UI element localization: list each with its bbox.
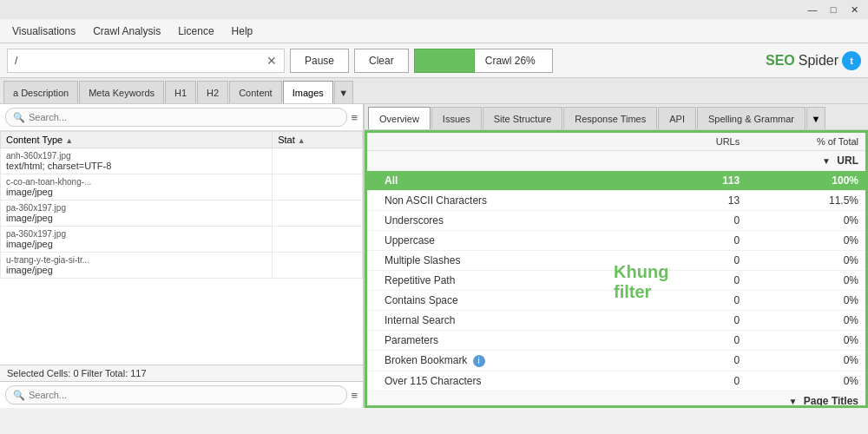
second-search-icon: 🔍 <box>13 390 25 401</box>
tab-overview[interactable]: Overview <box>368 107 431 129</box>
menu-crawl-analysis[interactable]: Crawl Analysis <box>84 22 169 41</box>
menu-licence[interactable]: Licence <box>169 22 222 41</box>
url-bar[interactable]: / ✕ <box>7 49 285 73</box>
left-table-scroll[interactable]: Content Type ▲ Stat ▲ anh-360x197.jpg <box>0 131 363 365</box>
seo-label: SEO <box>766 53 795 69</box>
filter-table: URLs % of Total ▼ URL <box>367 133 865 408</box>
triangle-icon-2: ▼ <box>789 397 798 406</box>
left-panel: 🔍 ≡ Content Type ▲ Stat ▲ <box>0 104 365 408</box>
left-search-icon: 🔍 <box>13 112 25 123</box>
title-bar: — □ ✕ <box>0 0 868 19</box>
right-panel: Overview Issues Site Structure Response … <box>365 104 868 408</box>
url-clear-icon[interactable]: ✕ <box>266 54 277 68</box>
filter-row[interactable]: Multiple Slashes 0 0% <box>367 251 865 271</box>
seo-spider-logo: SEO Spider t <box>766 51 861 70</box>
table-row[interactable]: anh-360x197.jpg text/html; charset=UTF-8 <box>1 148 363 174</box>
filter-row[interactable]: Repetitive Path 0 0% <box>367 271 865 291</box>
right-tab-bar: Overview Issues Site Structure Response … <box>365 104 868 130</box>
section-page-titles: ▼ Page Titles <box>367 391 865 408</box>
filter-col-urls: URLs <box>666 133 746 151</box>
tab-images[interactable]: Images <box>283 81 333 103</box>
second-search-wrap[interactable]: 🔍 <box>5 385 347 404</box>
triangle-icon: ▼ <box>822 156 831 166</box>
filter-row[interactable]: Contains Space 0 0% <box>367 291 865 311</box>
table-row[interactable]: pa-360x197.jpg image/jpeg <box>1 201 363 227</box>
filter-row[interactable]: Underscores 0 0% <box>367 211 865 231</box>
table-row[interactable]: c-co-an-toan-khong-... image/jpeg <box>1 174 363 201</box>
filter-row[interactable]: Internal Search 0 0% <box>367 311 865 331</box>
tab-description[interactable]: a Description <box>3 81 78 103</box>
left-data-table: Content Type ▲ Stat ▲ anh-360x197.jpg <box>0 131 363 279</box>
filter-row[interactable]: Uppercase 0 0% <box>367 231 865 251</box>
filter-col-pct: % of Total <box>746 133 865 151</box>
left-filter-icon[interactable]: ≡ <box>351 111 358 124</box>
right-tab-more[interactable]: ▼ <box>806 107 825 129</box>
table-row[interactable]: pa-360x197.jpg image/jpeg <box>1 227 363 253</box>
col-stat[interactable]: Stat ▲ <box>273 132 363 148</box>
second-filter-icon[interactable]: ≡ <box>351 389 358 402</box>
filter-row-all[interactable]: All 113 100% <box>367 171 865 191</box>
tab-response-times[interactable]: Response Times <box>563 107 657 129</box>
tab-h1[interactable]: H1 <box>165 81 196 103</box>
tab-site-structure[interactable]: Site Structure <box>483 107 563 129</box>
main-layout: 🔍 ≡ Content Type ▲ Stat ▲ <box>0 104 868 408</box>
left-search-input[interactable] <box>29 112 339 122</box>
second-search-bar: 🔍 ≡ <box>0 381 363 408</box>
top-tab-bar: a Description Meta Keywords H1 H2 Conten… <box>0 78 868 104</box>
tab-more-button[interactable]: ▼ <box>334 81 353 103</box>
info-icon[interactable]: i <box>473 355 485 367</box>
sort-icon-content: ▲ <box>65 136 73 145</box>
crawl-progress: Crawl 26% <box>414 49 553 73</box>
twitter-icon[interactable]: t <box>842 51 861 70</box>
col-content-type[interactable]: Content Type ▲ <box>1 132 273 148</box>
minimize-button[interactable]: — <box>806 3 819 16</box>
status-bar: Selected Cells: 0 Filter Total: 117 <box>0 365 363 381</box>
menu-help[interactable]: Help <box>223 22 262 41</box>
toolbar: / ✕ Pause Clear Crawl 26% SEO Spider t <box>0 43 868 78</box>
sort-icon-stat: ▲ <box>298 136 306 145</box>
second-search-input[interactable] <box>29 390 339 400</box>
filter-body: URLs % of Total ▼ URL <box>367 133 865 408</box>
crawl-percent-label: Crawl 26% <box>475 49 553 73</box>
left-search-bar: 🔍 ≡ <box>0 104 363 131</box>
pause-button[interactable]: Pause <box>290 49 349 73</box>
clear-button[interactable]: Clear <box>354 49 409 73</box>
filter-panel[interactable]: URLs % of Total ▼ URL <box>365 130 868 408</box>
tab-h2[interactable]: H2 <box>197 81 228 103</box>
menu-bar: Visualisations Crawl Analysis Licence He… <box>0 19 868 43</box>
menu-visualisations[interactable]: Visualisations <box>3 22 84 41</box>
progress-bar <box>414 49 475 73</box>
section-url: ▼ URL <box>367 151 865 171</box>
left-search-wrap[interactable]: 🔍 <box>5 108 347 127</box>
filter-col-label <box>367 133 666 151</box>
tab-api[interactable]: API <box>658 107 696 129</box>
tab-meta-keywords[interactable]: Meta Keywords <box>79 81 164 103</box>
close-button[interactable]: ✕ <box>847 3 861 16</box>
filter-row[interactable]: Broken Bookmark i 0 0% <box>367 351 865 372</box>
table-row[interactable]: u-trang-y-te-gia-si-tr... image/jpeg <box>1 253 363 279</box>
spider-label: Spider <box>799 53 838 69</box>
maximize-button[interactable]: □ <box>826 3 840 16</box>
filter-row[interactable]: Non ASCII Characters 13 11.5% <box>367 191 865 211</box>
filter-row[interactable]: Over 115 Characters 0 0% <box>367 371 865 391</box>
tab-content[interactable]: Content <box>229 81 282 103</box>
filter-row[interactable]: Parameters 0 0% <box>367 331 865 351</box>
url-value: / <box>15 55 266 67</box>
tab-issues[interactable]: Issues <box>431 107 482 129</box>
tab-spelling-grammar[interactable]: Spelling & Grammar <box>697 107 806 129</box>
